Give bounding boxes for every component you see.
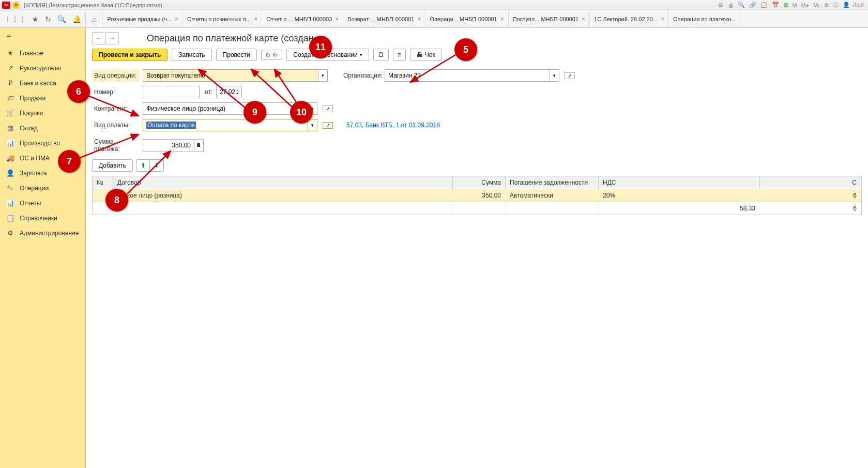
save-button[interactable]: Записать — [172, 49, 211, 61]
tab-1[interactable]: Отчеты о розничных п...× — [183, 10, 262, 27]
form-row-contragent: Контрагент: ▾ ↗ — [92, 102, 862, 115]
m-icon[interactable]: М — [791, 2, 798, 8]
search-icon[interactable]: 🔍 — [737, 2, 746, 8]
sidebar-item-label: ОС и НМА — [20, 155, 50, 162]
chart-icon: ↗ — [6, 64, 14, 72]
table-row[interactable]: ческое лицо (розница) 350,00 Автоматичес… — [92, 189, 862, 202]
form-row-number: Номер: от: — [92, 86, 862, 98]
receipt-button[interactable]: 🖶 Чек — [410, 49, 442, 61]
sum-input[interactable] — [143, 139, 194, 152]
sidebar-item-label: Отчеты — [20, 200, 41, 207]
m-plus-icon[interactable]: М+ — [800, 2, 811, 8]
grid-icon[interactable]: ▦ — [782, 2, 789, 8]
add-button[interactable]: Добавить — [92, 159, 133, 172]
close-icon[interactable]: × — [335, 16, 339, 23]
structure-button[interactable]: 🗒 — [373, 49, 389, 61]
dtk-button[interactable]: ДтКт — [261, 50, 283, 60]
calc-icon[interactable]: 📋 — [759, 2, 769, 8]
tab-0[interactable]: Розничные продажи (ч...× — [103, 10, 183, 27]
paytype-dropdown[interactable]: ▾ — [308, 119, 317, 131]
sidebar-item-production[interactable]: 📊Производство — [0, 135, 85, 150]
optype-input[interactable] — [143, 69, 318, 82]
main: ≡ ★Главное ↗Руководителю ₽Банк и касса 🏷… — [0, 28, 868, 468]
star-icon[interactable]: ★ — [32, 15, 39, 23]
marker-10: 10 — [290, 101, 313, 124]
sidebar-item-operations[interactable]: ᴬₖОперации — [0, 180, 85, 195]
close-icon[interactable]: × — [582, 16, 585, 23]
form-row-paytype: Вид оплаты: Оплата по карте ▾ ↗ 57.03, Б… — [92, 119, 862, 131]
page-title: Операция по платежной карте (создан — [147, 33, 314, 44]
paytype-open-button[interactable]: ↗ — [323, 122, 333, 129]
post-button[interactable]: Провести — [216, 49, 257, 61]
print2-icon[interactable]: 🖨 — [727, 2, 735, 8]
close-icon[interactable]: × — [500, 16, 504, 23]
forward-button[interactable]: → — [105, 32, 119, 44]
close-icon[interactable]: × — [661, 16, 664, 23]
user-icon[interactable]: 👤 Люб — [842, 2, 866, 8]
history-icon[interactable]: ↻ — [45, 15, 51, 23]
tab-4[interactable]: Операци... МНБП-000001× — [425, 10, 508, 27]
print-icon[interactable]: 🖶 — [717, 2, 725, 8]
info-icon[interactable]: ⓘ — [832, 1, 840, 9]
factory-icon: 📊 — [6, 139, 14, 147]
app-logo: 1c — [2, 2, 10, 9]
list-button[interactable]: ≡ — [393, 49, 406, 61]
post-close-button[interactable]: Провести и закрыть — [92, 49, 167, 61]
sidebar-item-main[interactable]: ★Главное — [0, 46, 85, 61]
sum-calc-button[interactable]: 🖩 — [194, 139, 204, 152]
sidebar-item-label: Склад — [20, 125, 38, 132]
clipboard-icon: 📋 — [6, 214, 14, 222]
org-open-button[interactable]: ↗ — [565, 72, 575, 79]
sidebar-item-label: Покупки — [20, 110, 43, 117]
tab-3[interactable]: Возврат ... МНБП-000001× — [343, 10, 425, 27]
sidebar-item-label: Главное — [20, 50, 43, 57]
org-dropdown[interactable]: ▾ — [550, 69, 559, 82]
sidebar-item-warehouse[interactable]: ▦Склад — [0, 120, 85, 135]
sidebar-item-catalogs[interactable]: 📋Справочники — [0, 210, 85, 225]
close-icon[interactable]: × — [254, 16, 257, 23]
close-icon[interactable]: × — [175, 16, 178, 23]
zoom-icon[interactable]: ⊕ — [823, 2, 830, 8]
tab-6[interactable]: 1С:Лекторий. 28.02.20...× — [590, 10, 669, 27]
form-row-add: Добавить ⬆ ⬇ — [92, 159, 862, 172]
m-minus-icon[interactable]: М- — [812, 2, 821, 8]
tag-icon: 🏷 — [6, 94, 14, 102]
contr-open-button[interactable]: ↗ — [323, 105, 333, 112]
search-tool-icon[interactable]: 🔍 — [57, 15, 66, 23]
sidebar-item-label: Справочники — [20, 215, 57, 222]
tab-2[interactable]: Отчет о ... МНБП-000003× — [262, 10, 343, 27]
contr-input[interactable] — [143, 102, 308, 115]
dropdown-icon[interactable]: ▾ — [12, 2, 20, 9]
sidebar-burger[interactable]: ≡ — [0, 28, 85, 46]
truck-icon: 🚚 — [6, 154, 14, 162]
num-input[interactable] — [143, 86, 200, 98]
paytype-input[interactable]: Оплата по карте — [143, 119, 308, 131]
move-up-button[interactable]: ⬆ — [136, 159, 150, 172]
close-icon[interactable]: × — [417, 16, 421, 23]
apps-icon[interactable]: ⋮⋮⋮ — [4, 15, 26, 23]
calendar-icon[interactable]: 📅 — [771, 2, 780, 8]
optype-dropdown[interactable]: ▾ — [318, 69, 328, 82]
sidebar-item-reports[interactable]: 📊Отчеты — [0, 195, 85, 210]
sidebar-item-label: Операции — [20, 185, 49, 192]
move-down-button[interactable]: ⬇ — [149, 159, 164, 172]
back-button[interactable]: ← — [92, 32, 105, 44]
num-label: Номер: — [92, 86, 140, 98]
sidebar-item-label: Банк и касса — [20, 80, 56, 87]
th-dogovor: Договор — [113, 176, 453, 189]
org-input[interactable] — [385, 69, 550, 82]
sidebar-item-manager[interactable]: ↗Руководителю — [0, 61, 85, 76]
sidebar-item-admin[interactable]: ⚙Администрирование — [0, 225, 85, 240]
home-tab[interactable]: ⌂ — [86, 10, 103, 27]
sidebar-item-purchases[interactable]: 🛒Покупки — [0, 105, 85, 120]
bank-link[interactable]: 57.03, Банк ВТБ, 1 от 01.09.2018 — [346, 122, 440, 129]
date-input[interactable] — [216, 86, 242, 98]
td-footer-2: 6 — [760, 202, 861, 215]
link-icon[interactable]: 🔗 — [748, 2, 757, 8]
tab-5[interactable]: Поступл... МНБП-000001× — [509, 10, 590, 27]
tab-7[interactable]: Операции по платежн... — [669, 10, 740, 27]
bell-icon[interactable]: 🔔 — [72, 15, 81, 23]
window-title: [КОПИЯ] Демонстрационная база (1С:Предпр… — [24, 2, 162, 8]
org-label: Организация: — [341, 69, 382, 82]
th-num: № — [93, 176, 113, 189]
